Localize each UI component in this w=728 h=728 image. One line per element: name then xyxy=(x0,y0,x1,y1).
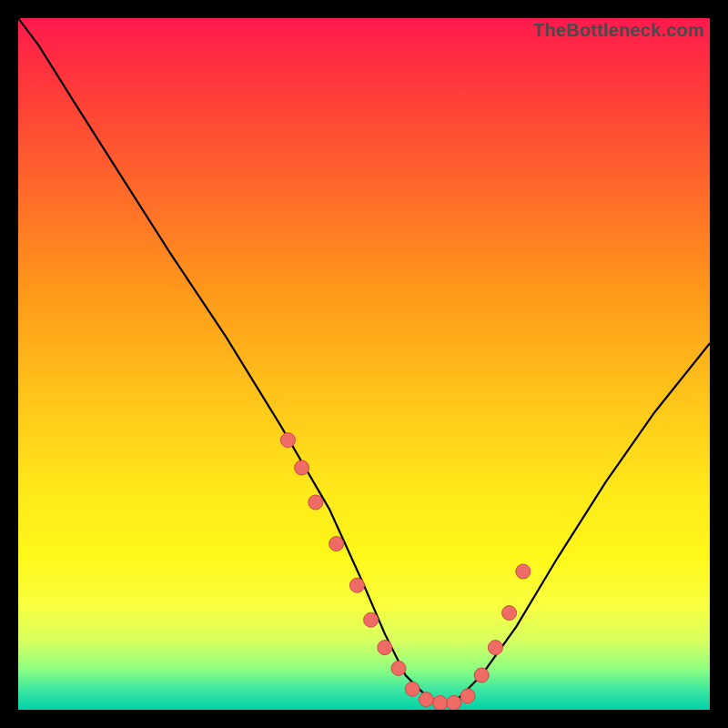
bottleneck-curve xyxy=(18,18,710,703)
data-point xyxy=(433,695,448,710)
data-point xyxy=(516,564,531,579)
watermark-text: TheBottleneck.com xyxy=(533,20,704,41)
data-point xyxy=(378,641,392,655)
data-point xyxy=(474,668,489,682)
data-point xyxy=(364,612,379,627)
data-point xyxy=(308,495,323,510)
chart-overlay xyxy=(18,18,710,710)
data-point xyxy=(405,682,420,696)
highlighted-points-group xyxy=(280,433,530,710)
data-point xyxy=(419,693,433,707)
data-point xyxy=(329,537,344,551)
chart-frame: TheBottleneck.com xyxy=(18,18,710,710)
data-point xyxy=(280,433,295,448)
data-point xyxy=(502,606,517,621)
data-point xyxy=(447,695,461,710)
data-point xyxy=(488,641,502,655)
data-point xyxy=(295,460,309,475)
data-point xyxy=(391,661,406,675)
data-point xyxy=(349,578,364,592)
data-point xyxy=(460,689,475,703)
